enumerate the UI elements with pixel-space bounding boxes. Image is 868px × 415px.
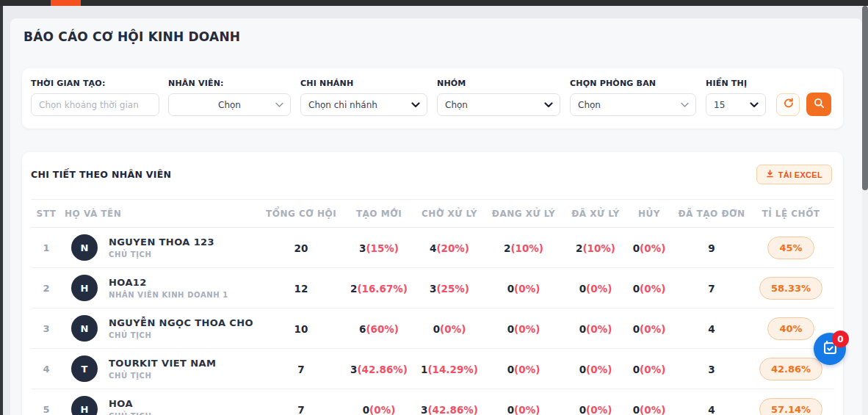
table-row: 3 N NGUYỄN NGỌC THOA CHO CHỦ TỊCH 10 6(6… [31, 308, 834, 349]
row-index: 4 [31, 349, 62, 389]
processed-cell: 2(10%) [568, 228, 623, 268]
processed-cell: 0(0%) [568, 349, 623, 389]
chevron-down-icon [750, 102, 759, 108]
row-index: 5 [31, 389, 62, 415]
processed-cell: 0(0%) [568, 268, 623, 308]
download-excel-label: TẢI EXCEL [778, 170, 822, 179]
employee-report-table: STT HỌ VÀ TÊN TỔNG CƠ HỘI TẠO MỚI CHỜ XỬ… [31, 199, 834, 415]
filter-time-created: THỜI GIAN TẠO: Chọn khoảng thời gian [31, 79, 159, 116]
pending-cell: 1(14.29%) [420, 349, 479, 389]
display-count-value: 15 [714, 100, 725, 110]
close-rate-badge: 57.14% [759, 398, 822, 415]
date-range-placeholder: Chọn khoảng thời gian [39, 100, 139, 110]
cancelled-cell: 0(0%) [623, 389, 676, 415]
new-cell: 3(42.86%) [338, 349, 420, 389]
pending-cell: 3(25%) [420, 268, 479, 308]
section-title: CHI TIẾT THEO NHÂN VIÊN [31, 169, 171, 180]
col-new: TẠO MỚI [338, 200, 420, 228]
search-icon [814, 98, 825, 112]
col-pending: CHỜ XỬ LÝ [420, 200, 479, 228]
chevron-down-icon [411, 102, 420, 108]
table-body: 1 N NGUYEN THOA 123 CHỦ TỊCH 20 3(15%) 4… [31, 228, 834, 415]
employee-role: CHỦ TỊCH [109, 250, 214, 259]
close-rate-cell: 58.33% [748, 268, 834, 308]
report-table-card: CHI TIẾT THEO NHÂN VIÊN TẢI EXCEL STT HỌ… [22, 152, 843, 415]
branch-select-value: Chọn chi nhánh [308, 100, 377, 110]
col-close-rate: TỈ LỆ CHỐT [748, 200, 834, 228]
display-count-select[interactable]: 15 [706, 93, 766, 116]
employee-name: NGUYỄN NGỌC THOA CHO [109, 317, 253, 328]
processing-cell: 0(0%) [479, 389, 568, 415]
close-rate-cell: 57.14% [748, 389, 834, 415]
avatar: N [71, 234, 98, 261]
table-row: 1 N NGUYEN THOA 123 CHỦ TỊCH 20 3(15%) 4… [31, 228, 834, 268]
col-name: HỌ VÀ TÊN [62, 200, 264, 228]
orders-created-cell: 7 [676, 268, 748, 308]
table-row: 2 H HOA12 NHÂN VIÊN KINH DOANH 1 12 2(16… [31, 268, 834, 308]
filter-employee: NHÂN VIÊN: Chọn [168, 79, 291, 116]
filter-card: THỜI GIAN TẠO: Chọn khoảng thời gian NHÂ… [22, 68, 843, 129]
processed-cell: 0(0%) [568, 308, 623, 349]
avatar: H [71, 275, 98, 301]
chevron-down-icon [544, 102, 553, 108]
group-select[interactable]: Chọn [437, 93, 560, 116]
new-cell: 3(15%) [338, 228, 420, 268]
employee-cell: N NGUYỄN NGỌC THOA CHO CHỦ TỊCH [62, 308, 264, 349]
processing-cell: 0(0%) [479, 308, 568, 349]
refresh-icon [783, 98, 794, 112]
filter-group-label: NHÓM [437, 79, 560, 88]
download-icon [766, 170, 774, 179]
department-select[interactable]: Chọn [570, 93, 696, 116]
employee-name: NGUYEN THOA 123 [109, 237, 214, 248]
close-rate-badge: 58.33% [759, 277, 822, 300]
download-excel-button[interactable]: TẢI EXCEL [756, 165, 832, 184]
employee-role: CHỦ TỊCH [109, 331, 253, 339]
employee-select[interactable]: Chọn [168, 93, 291, 116]
row-index: 3 [31, 308, 62, 349]
filter-time-label: THỜI GIAN TẠO: [31, 79, 159, 88]
processing-cell: 0(0%) [479, 349, 568, 389]
avatar: T [71, 356, 98, 382]
page-scrollbar[interactable] [862, 6, 868, 415]
filter-group: NHÓM Chọn [437, 79, 560, 116]
filter-employee-label: NHÂN VIÊN: [168, 79, 291, 88]
employee-name: TOURKIT VIET NAM [109, 358, 216, 369]
filter-branch: CHI NHÁNH Chọn chi nhánh [300, 79, 427, 116]
avatar: N [71, 315, 98, 342]
date-range-input[interactable]: Chọn khoảng thời gian [31, 93, 159, 116]
cancelled-cell: 0(0%) [623, 349, 676, 389]
close-rate-badge: 45% [767, 237, 814, 259]
filter-department: CHỌN PHÒNG BAN Chọn [570, 79, 696, 116]
col-processed: ĐÃ XỬ LÝ [568, 200, 623, 228]
employee-name: HOA12 [109, 277, 228, 288]
cancelled-cell: 0(0%) [623, 308, 676, 349]
employee-role: NHÂN VIÊN KINH DOANH 1 [109, 291, 228, 299]
table-row: 4 T TOURKIT VIET NAM CHỦ TỊCH 7 3(42.86%… [31, 349, 834, 389]
notification-badge: 0 [832, 331, 849, 347]
orders-created-cell: 3 [676, 349, 748, 389]
row-index: 1 [31, 228, 62, 268]
new-cell: 2(16.67%) [338, 268, 420, 308]
reset-filters-button[interactable] [776, 93, 800, 116]
processing-cell: 2(10%) [479, 228, 568, 268]
group-select-value: Chọn [445, 100, 468, 110]
total-opportunities-cell: 12 [264, 268, 338, 308]
avatar: H [71, 396, 98, 415]
filter-branch-label: CHI NHÁNH [300, 79, 427, 88]
employee-role: CHỦ TỊCH [109, 372, 216, 380]
branch-select[interactable]: Chọn chi nhánh [300, 93, 427, 116]
search-button[interactable] [806, 93, 831, 116]
close-rate-badge: 40% [767, 317, 814, 340]
col-processing: ĐANG XỬ LÝ [479, 200, 568, 228]
active-tab-indicator [51, 0, 81, 6]
table-row: 5 H HOA CHỦ TỊCH 7 0(0%) 3(42.86%) 0(0%)… [31, 389, 834, 415]
employee-cell: H HOA CHỦ TỊCH [62, 389, 264, 415]
total-opportunities-cell: 10 [264, 308, 338, 349]
pending-cell: 0(0%) [420, 308, 479, 349]
scrollbar-thumb[interactable] [862, 6, 868, 190]
cancelled-cell: 0(0%) [623, 268, 676, 308]
total-opportunities-cell: 20 [264, 228, 338, 268]
orders-created-cell: 4 [676, 308, 748, 349]
filter-department-label: CHỌN PHÒNG BAN [570, 79, 696, 88]
total-opportunities-cell: 7 [264, 349, 338, 389]
